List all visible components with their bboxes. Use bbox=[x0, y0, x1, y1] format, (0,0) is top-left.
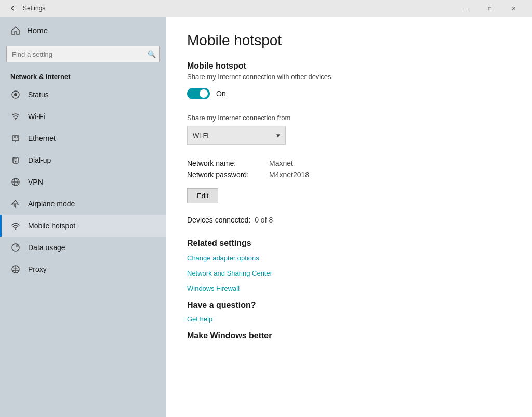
sidebar-item-proxy[interactable]: Proxy bbox=[0, 258, 166, 280]
sidebar-home[interactable]: Home bbox=[0, 17, 166, 44]
related-settings-title: Related settings bbox=[187, 239, 511, 248]
make-better-section: Make Windows better bbox=[187, 331, 511, 341]
change-adapter-link[interactable]: Change adapter options bbox=[187, 254, 511, 262]
sidebar-search-container: 🔍 bbox=[6, 46, 160, 62]
have-question-section: Have a question? Get help bbox=[187, 301, 511, 323]
sidebar-item-datausage[interactable]: Data usage bbox=[0, 237, 166, 258]
toggle-track bbox=[187, 88, 210, 99]
network-password-label: Network password: bbox=[187, 171, 265, 179]
datausage-icon bbox=[10, 242, 21, 253]
sidebar-item-proxy-label: Proxy bbox=[28, 265, 47, 273]
sidebar-home-label: Home bbox=[27, 26, 48, 35]
sidebar-item-dialup[interactable]: Dial-up bbox=[0, 149, 166, 171]
sidebar-item-ethernet-label: Ethernet bbox=[28, 134, 56, 142]
sidebar-item-vpn-label: VPN bbox=[28, 178, 43, 186]
page-title: Mobile hotspot bbox=[187, 32, 511, 49]
hotspot-toggle[interactable] bbox=[187, 88, 210, 99]
make-better-title: Make Windows better bbox=[187, 331, 511, 341]
minimize-button[interactable]: — bbox=[454, 0, 478, 17]
toggle-thumb bbox=[200, 89, 208, 98]
network-sharing-link[interactable]: Network and Sharing Center bbox=[187, 269, 511, 277]
toggle-label: On bbox=[216, 89, 226, 98]
sidebar-item-status[interactable]: Status bbox=[0, 84, 166, 106]
toggle-row: On bbox=[187, 88, 511, 99]
devices-connected-label: Devices connected: bbox=[187, 216, 250, 224]
network-name-row: Network name: Maxnet bbox=[187, 159, 511, 167]
related-settings-section: Related settings Change adapter options … bbox=[187, 239, 511, 292]
have-question-title: Have a question? bbox=[187, 301, 511, 310]
sidebar-item-status-label: Status bbox=[28, 90, 49, 99]
window-controls: — □ ✕ bbox=[454, 0, 526, 17]
share-from-value: Wi-Fi bbox=[193, 132, 208, 139]
sidebar: Home 🔍 Network & Internet Status Wi-Fi E… bbox=[0, 17, 166, 417]
app-body: Home 🔍 Network & Internet Status Wi-Fi E… bbox=[0, 17, 532, 417]
titlebar-title: Settings bbox=[23, 5, 454, 12]
ethernet-icon bbox=[10, 133, 21, 144]
search-input[interactable] bbox=[6, 46, 160, 62]
sidebar-item-dialup-label: Dial-up bbox=[28, 156, 51, 164]
share-from-label: Share my Internet connection from bbox=[187, 114, 511, 122]
vpn-icon bbox=[10, 177, 21, 187]
close-button[interactable]: ✕ bbox=[502, 0, 526, 17]
sidebar-item-ethernet[interactable]: Ethernet bbox=[0, 127, 166, 149]
maximize-button[interactable]: □ bbox=[478, 0, 502, 17]
svg-point-9 bbox=[15, 161, 17, 163]
network-password-row: Network password: M4xnet2018 bbox=[187, 171, 511, 179]
svg-point-2 bbox=[15, 119, 16, 120]
titlebar: Settings — □ ✕ bbox=[0, 0, 532, 17]
section-title: Mobile hotspot bbox=[187, 61, 511, 71]
svg-point-15 bbox=[15, 228, 17, 230]
network-name-label: Network name: bbox=[187, 159, 265, 167]
sidebar-item-hotspot[interactable]: Mobile hotspot bbox=[0, 215, 166, 237]
content-area: Mobile hotspot Mobile hotspot Share my I… bbox=[166, 17, 532, 417]
sidebar-item-airplane-label: Airplane mode bbox=[28, 200, 75, 208]
sidebar-item-hotspot-label: Mobile hotspot bbox=[28, 221, 75, 230]
back-button[interactable] bbox=[6, 2, 19, 15]
dialup-icon bbox=[10, 155, 21, 165]
network-name-value: Maxnet bbox=[269, 159, 293, 167]
windows-firewall-link[interactable]: Windows Firewall bbox=[187, 284, 511, 292]
home-icon bbox=[10, 25, 21, 35]
wifi-icon bbox=[10, 111, 21, 122]
airplane-icon bbox=[10, 199, 21, 209]
hotspot-icon bbox=[10, 220, 21, 231]
hotspot-section: Mobile hotspot Share my Internet connect… bbox=[187, 61, 511, 99]
proxy-icon bbox=[10, 264, 21, 275]
section-desc: Share my Internet connection with other … bbox=[187, 73, 511, 81]
devices-connected-row: Devices connected: 0 of 8 bbox=[187, 216, 511, 224]
edit-button[interactable]: Edit bbox=[187, 188, 218, 203]
search-icon: 🔍 bbox=[148, 50, 156, 58]
chevron-down-icon: ▾ bbox=[276, 132, 280, 139]
get-help-link[interactable]: Get help bbox=[187, 315, 511, 323]
status-icon bbox=[10, 89, 21, 100]
devices-connected-value: 0 of 8 bbox=[255, 216, 273, 224]
svg-point-1 bbox=[14, 93, 17, 96]
sidebar-item-airplane[interactable]: Airplane mode bbox=[0, 193, 166, 215]
sidebar-item-wifi-label: Wi-Fi bbox=[28, 112, 45, 121]
network-password-value: M4xnet2018 bbox=[269, 171, 309, 179]
share-from-section: Share my Internet connection from Wi-Fi … bbox=[187, 114, 511, 145]
sidebar-item-wifi[interactable]: Wi-Fi bbox=[0, 106, 166, 127]
sidebar-section-title: Network & Internet bbox=[0, 69, 166, 84]
share-from-dropdown[interactable]: Wi-Fi ▾ bbox=[187, 126, 286, 145]
network-info: Network name: Maxnet Network password: M… bbox=[187, 159, 511, 179]
sidebar-item-datausage-label: Data usage bbox=[28, 243, 65, 252]
sidebar-item-vpn[interactable]: VPN bbox=[0, 171, 166, 193]
